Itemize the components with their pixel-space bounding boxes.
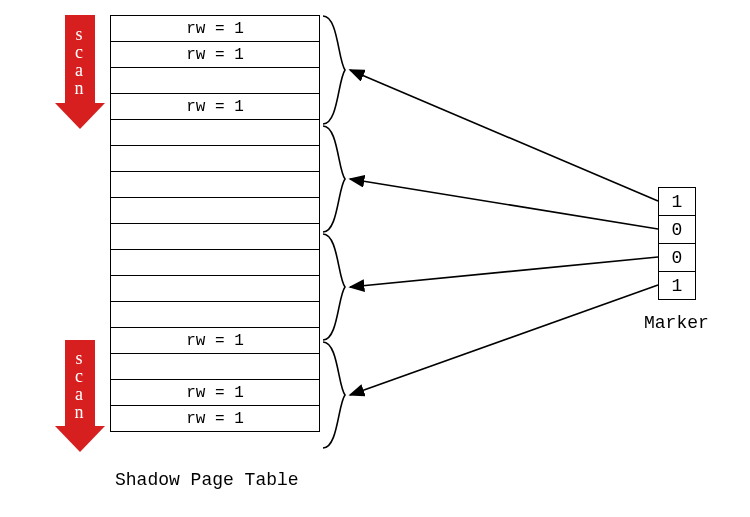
marker-row: 0 [659, 244, 695, 272]
marker-caption: Marker [644, 313, 709, 333]
arrow-icon [350, 70, 658, 201]
brace-icon [323, 126, 345, 232]
diagram-canvas: scan scan rw = 1 rw = 1 rw = 1 rw = 1 rw… [0, 0, 750, 517]
table-row [111, 250, 319, 276]
table-row [111, 302, 319, 328]
table-row [111, 68, 319, 94]
table-row [111, 276, 319, 302]
table-row [111, 120, 319, 146]
scan-label-bottom: scan [65, 340, 95, 426]
table-row: rw = 1 [111, 42, 319, 68]
marker-table: 1 0 0 1 [658, 187, 696, 300]
arrow-down-icon [55, 426, 105, 452]
arrow-icon [350, 179, 658, 229]
table-row [111, 146, 319, 172]
table-row [111, 198, 319, 224]
arrow-icon [350, 285, 658, 395]
arrow-down-icon [55, 103, 105, 129]
scan-arrow-bottom: scan [55, 340, 105, 452]
shadow-page-table: rw = 1 rw = 1 rw = 1 rw = 1 rw = 1 rw = … [110, 15, 320, 432]
arrow-icon [350, 257, 658, 287]
table-row: rw = 1 [111, 16, 319, 42]
table-row: rw = 1 [111, 406, 319, 432]
marker-row: 0 [659, 216, 695, 244]
table-row [111, 172, 319, 198]
brace-icon [323, 234, 345, 340]
scan-arrow-top: scan [55, 15, 105, 129]
scan-label-top: scan [65, 15, 95, 103]
table-row: rw = 1 [111, 94, 319, 120]
table-row [111, 224, 319, 250]
table-row: rw = 1 [111, 380, 319, 406]
table-row [111, 354, 319, 380]
shadow-page-table-caption: Shadow Page Table [115, 470, 299, 490]
marker-row: 1 [659, 188, 695, 216]
marker-row: 1 [659, 272, 695, 300]
table-row: rw = 1 [111, 328, 319, 354]
brace-icon [323, 342, 345, 448]
brace-icon [323, 16, 345, 124]
